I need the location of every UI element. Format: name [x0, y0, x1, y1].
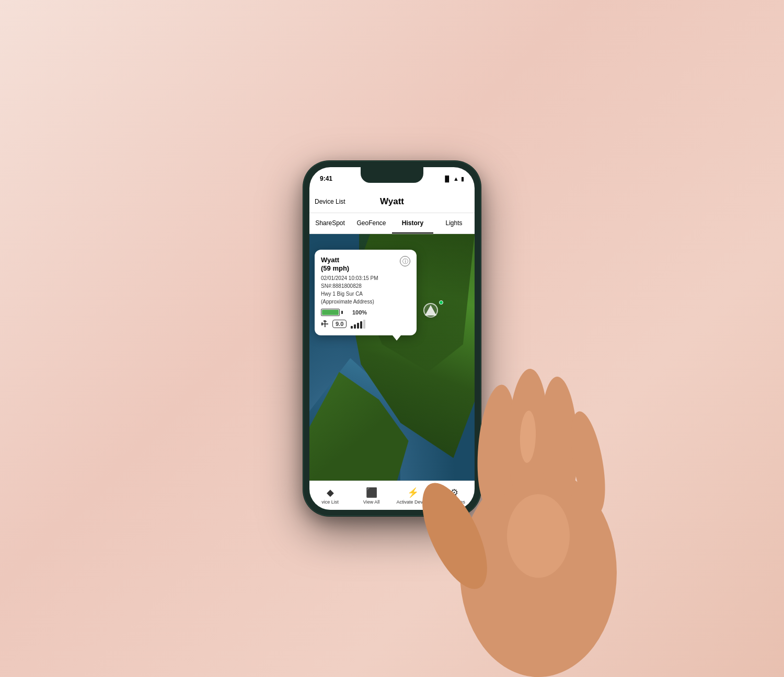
info-button[interactable]: ⓘ	[400, 256, 410, 266]
popup-device-name: Wyatt	[321, 256, 349, 264]
popup-tail	[393, 335, 401, 341]
signal-icon: ▐▌	[443, 176, 452, 182]
device-marker[interactable]	[423, 303, 438, 318]
nav-activate-label: Activate Device	[396, 499, 429, 505]
popup-icons-row: ⚒ 9.0	[321, 319, 410, 329]
resources-icon: ⚙	[450, 487, 458, 498]
popup-header: Wyatt (59 mph) ⓘ	[321, 256, 410, 272]
phone-screen: 9:41 ▐▌ ▲ ▮ Device List Wyatt ShareSpot	[309, 167, 475, 510]
status-icons: ▐▌ ▲ ▮	[443, 176, 464, 182]
marker-triangle	[425, 305, 436, 316]
tab-history[interactable]: History	[392, 213, 433, 234]
popup-speed: (59 mph)	[321, 264, 349, 272]
signal-bar-5	[363, 320, 365, 329]
signal-bars	[351, 319, 365, 329]
phone-scene: 9:41 ▐▌ ▲ ▮ Device List Wyatt ShareSpot	[282, 135, 502, 542]
battery-tip	[341, 311, 343, 314]
location-popup[interactable]: Wyatt (59 mph) ⓘ 02/01/2024 10:03:15 PM …	[315, 250, 417, 335]
status-time: 9:41	[320, 175, 332, 182]
device-list-icon: ◆	[327, 487, 334, 498]
map-area[interactable]: Big Sur Wyatt (59 mph)	[309, 234, 475, 510]
battery-fill	[322, 310, 339, 315]
notch	[361, 167, 423, 183]
battery-status: ▮	[461, 176, 464, 182]
nav-resources[interactable]: ⚙ Resources	[433, 481, 475, 510]
tab-sharespot[interactable]: ShareSpot	[309, 213, 351, 234]
phone-device: 9:41 ▐▌ ▲ ▮ Device List Wyatt ShareSpot	[303, 161, 481, 516]
signal-bar-4	[360, 321, 362, 329]
view-all-icon: ⬛	[366, 487, 377, 498]
nav-view-all-label: View All	[363, 499, 379, 505]
popup-timestamp: 02/01/2024 10:03:15 PM	[321, 274, 410, 282]
battery-row: 100%	[321, 309, 410, 316]
nav-device-list[interactable]: ◆ vice List	[309, 481, 351, 510]
battery-percent: 100%	[352, 309, 367, 316]
bottom-nav: ◆ vice List ⬛ View All ⚡ Activate Device…	[309, 481, 475, 510]
signal-bar-2	[354, 324, 356, 329]
tab-bar: ShareSpot GeoFence History Lights	[309, 213, 475, 234]
tab-lights[interactable]: Lights	[433, 213, 475, 234]
screen-layout: 9:41 ▐▌ ▲ ▮ Device List Wyatt ShareSpot	[309, 167, 475, 510]
activate-icon: ⚡	[407, 487, 419, 498]
nav-view-all[interactable]: ⬛ View All	[351, 481, 392, 510]
nav-device-list-label: vice List	[321, 499, 339, 505]
firmware-version-badge: 9.0	[332, 320, 347, 328]
page-title: Wyatt	[380, 196, 404, 207]
nav-activate[interactable]: ⚡ Activate Device	[392, 481, 433, 510]
battery-body	[321, 309, 340, 316]
app-header: Device List Wyatt	[309, 190, 475, 213]
status-bar: 9:41 ▐▌ ▲ ▮	[309, 167, 475, 190]
popup-details: 02/01/2024 10:03:15 PM SN#:8881800828 Hw…	[321, 274, 410, 306]
wifi-icon: ▲	[453, 176, 459, 182]
tab-geofence[interactable]: GeoFence	[351, 213, 392, 234]
tool-icon: ⚒	[318, 318, 330, 330]
nav-resources-label: Resources	[443, 499, 465, 505]
popup-serial: SN#:8881800828	[321, 282, 410, 290]
popup-address: Hwy 1 Big Sur CA	[321, 290, 410, 298]
popup-name-block: Wyatt (59 mph)	[321, 256, 349, 272]
map-waypoint-dot	[439, 300, 443, 305]
back-button[interactable]: Device List	[315, 198, 345, 205]
battery-icon	[321, 309, 343, 316]
signal-bar-1	[351, 326, 353, 329]
popup-address-note: (Approximate Address)	[321, 298, 410, 306]
signal-bar-3	[357, 323, 359, 329]
